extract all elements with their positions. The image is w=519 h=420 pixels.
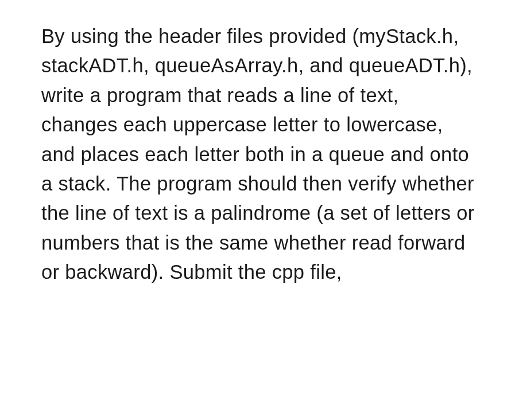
body-text: By using the header files provided (mySt… bbox=[41, 25, 475, 283]
document-body: By using the header files provided (mySt… bbox=[41, 22, 478, 287]
